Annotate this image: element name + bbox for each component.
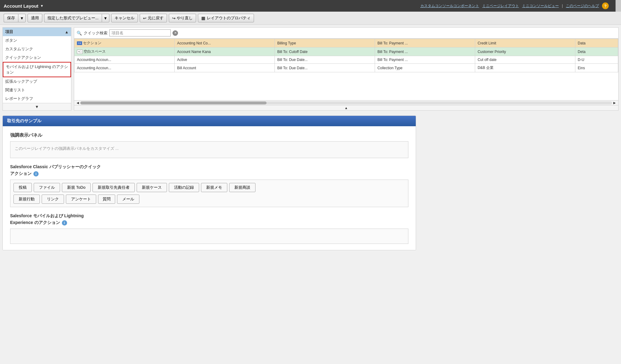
icon-section: +≡ [77,41,82,45]
search-label: クイック検索 [84,30,108,36]
publisher-section-subtitle: アクション i [10,171,408,176]
publisher-section-title: Salesforce Classic パブリッシャーのクイック [10,164,408,170]
action-btn-new-opportunity[interactable]: 新規商談 [229,183,256,192]
field-row-section: +≡ セクション Accounting Not Co... Billing Ty… [74,39,618,47]
sample-header: 取引先のサンプル [3,116,416,126]
search-clear-button[interactable]: ✕ [172,30,178,36]
action-btn-link[interactable]: リンク [42,195,64,204]
sidebar-item-custom-link[interactable]: カスタムリンク [3,45,71,53]
search-input[interactable] [109,29,171,36]
field-cell[interactable]: Data [575,39,618,47]
icon-space: +□ [77,50,83,54]
mobile-section-subtitle: Experience のアクション i [10,220,408,226]
sidebar-item-extended-lookup[interactable]: 拡張ルックアップ [3,77,71,86]
sidebar: 項目 ▲ ボタン カスタムリンク クイックアクション モバイルおよび Light… [2,27,71,111]
sidebar-scroll-down-btn[interactable]: ▼ [35,104,39,109]
space-icon: +□ 空白スペース [77,49,106,54]
info-icon-publisher[interactable]: i [33,171,39,176]
help-icon[interactable]: ? [602,2,609,9]
sidebar-item-project[interactable]: ボタン [3,36,71,45]
field-cell[interactable]: +≡ セクション [74,39,175,47]
sidebar-item-mobile-lightning[interactable]: モバイルおよび Lightning のアクション [3,62,71,77]
sample-container: 取引先のサンプル 強調表示パネル このページレイアウトの強調表示パネルをカスタマ… [2,116,416,250]
save-button[interactable]: 保存 [4,14,18,22]
field-cell[interactable]: D&B 企業 [475,64,575,72]
preview-button[interactable]: 指定した形式でプレビュー... [44,14,102,22]
field-cell[interactable]: Billing Type [275,39,375,47]
dropdown-icon[interactable]: ▼ [40,4,44,8]
mobile-section-title: Salesforce モバイルおよび Lightning [10,213,408,219]
sample-body: 強調表示パネル このページレイアウトの強調表示パネルをカスタマイズ ... Sa… [3,126,416,250]
field-cell[interactable]: Bill To: Due Date... [275,56,375,64]
action-btn-new-contact[interactable]: 新規取引先責任者 [93,183,135,192]
field-palette: 🔍 クイック検索 ✕ +≡ セクション Accounting Not Co...… [74,27,619,111]
action-btn-email[interactable]: メール [117,195,139,204]
custom-console-link[interactable]: カスタムコンソールコンポーネント [420,3,479,9]
sidebar-scroll-up-btn[interactable]: ▲ [65,30,69,34]
sidebar-item-quick-action[interactable]: クイックアクション [3,53,71,62]
redo-icon: ↪ [172,16,176,21]
field-row-space: +□ 空白スペース Account Name Kana Bill To: Cut… [74,47,618,56]
field-cell[interactable]: Eins [575,64,618,72]
palette-scroll-center: ▲ [74,105,618,110]
field-cell[interactable]: Bill To: Payment ... [375,56,475,64]
grid-horizontal-scroll: ◀ ▶ [74,100,618,105]
action-btn-file[interactable]: ファイル [34,183,60,192]
mobile-action-area [10,229,408,244]
preview-dropdown-button[interactable]: ▼ [102,14,109,22]
field-cell[interactable]: Accounting Not Co... [174,39,275,47]
scroll-right-arrow[interactable]: ▶ [612,101,617,104]
field-cell-collectiontype[interactable]: Collection Type [375,64,475,72]
palette-scroll-up-btn[interactable]: ▲ [345,106,348,110]
action-btn-log-activity[interactable]: 活動の記録 [169,183,199,192]
field-cell[interactable]: Bill To: Payment ... [375,39,475,47]
cancel-button[interactable]: キャンセル [111,14,138,22]
field-cell-active[interactable]: Active [174,56,275,64]
info-icon-mobile[interactable]: i [62,220,67,226]
field-cell[interactable]: Credit Limit [475,39,575,47]
field-cell[interactable]: Deta [575,47,618,56]
sidebar-item-report-chart[interactable]: レポートグラフ [3,94,71,103]
preview-button-split: 指定した形式でプレビュー... ▼ [44,14,109,22]
scroll-left-arrow[interactable]: ◀ [75,101,80,104]
action-buttons-row1: 投稿 ファイル 新規 ToDo 新規取引先責任者 新規ケース 活動の記録 新規メ… [13,183,405,192]
sidebar-item-related-list[interactable]: 関連リスト [3,86,71,94]
mini-page-layout-link[interactable]: ミニページレイアウト [482,3,519,9]
field-cell-billaccount[interactable]: Bill Account [174,64,275,72]
field-cell[interactable]: D-U [575,56,618,64]
action-btn-survey[interactable]: アンケート [66,195,96,204]
section-icon: +≡ セクション [77,40,101,46]
sample-area: 取引先のサンプル 強調表示パネル このページレイアウトの強調表示パネルをカスタマ… [0,113,621,250]
action-btn-question[interactable]: 質問 [98,195,115,204]
action-buttons-container: 投稿 ファイル 新規 ToDo 新規取引先責任者 新規ケース 活動の記録 新規メ… [10,180,408,207]
page-scrollbar[interactable] [615,0,621,12]
scroll-track[interactable] [80,101,612,104]
redo-button[interactable]: ↪ やり直し [169,14,196,22]
field-cell[interactable]: Customer Priority [475,47,575,56]
field-cell[interactable]: Accounting Accoun... [74,64,175,72]
field-row-normal: Accounting Accoun... Active Bill To: Due… [74,56,618,64]
action-btn-new-case[interactable]: 新規ケース [137,183,167,192]
action-btn-post[interactable]: 投稿 [13,183,32,192]
layout-properties-button[interactable]: ▦ レイアウトのプロパティ [198,14,254,22]
scroll-thumb [80,101,267,104]
sidebar-header: 項目 ▲ [3,28,71,36]
apply-button[interactable]: 適用 [28,14,42,22]
action-btn-new-note[interactable]: 新規メモ [201,183,227,192]
field-cell[interactable]: Bill To: Payment ... [375,47,475,56]
save-dropdown-button[interactable]: ▼ [18,14,26,22]
mini-console-view-link[interactable]: ミニコンソールビュー [522,3,559,9]
page-help-link[interactable]: このページのヘルプ [566,3,599,9]
field-cell[interactable]: Bill To: Cutoff Date [275,47,375,56]
field-cell[interactable]: Accounting Accoun... [74,56,175,64]
field-cell[interactable]: Account Name Kana [174,47,275,56]
action-btn-new-todo[interactable]: 新規 ToDo [62,183,91,192]
undo-button[interactable]: ↩ 元に戻す [140,14,167,22]
field-cell[interactable]: Bill To: Due Date... [275,64,375,72]
field-cell-cutoffdate[interactable]: Cut off date [475,56,575,64]
action-btn-new-event[interactable]: 新規行動 [13,195,40,204]
field-grid: +≡ セクション Accounting Not Co... Billing Ty… [74,39,618,100]
main-content: 項目 ▲ ボタン カスタムリンク クイックアクション モバイルおよび Light… [0,25,621,113]
field-cell[interactable]: +□ 空白スペース [74,47,175,56]
field-row-normal-2: Accounting Accoun... Bill Account Bill T… [74,64,618,72]
